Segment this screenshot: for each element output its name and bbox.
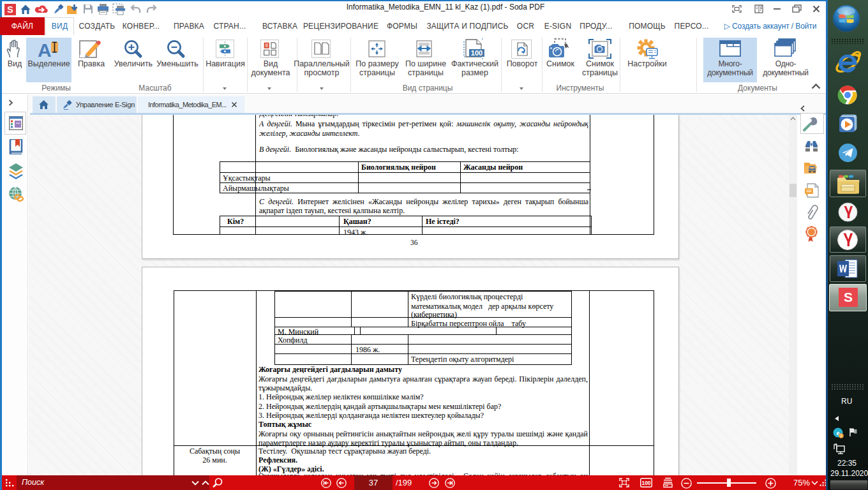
- svg-text:!: !: [841, 434, 842, 438]
- svg-text:100: 100: [641, 480, 650, 486]
- svg-text:100: 100: [471, 49, 483, 57]
